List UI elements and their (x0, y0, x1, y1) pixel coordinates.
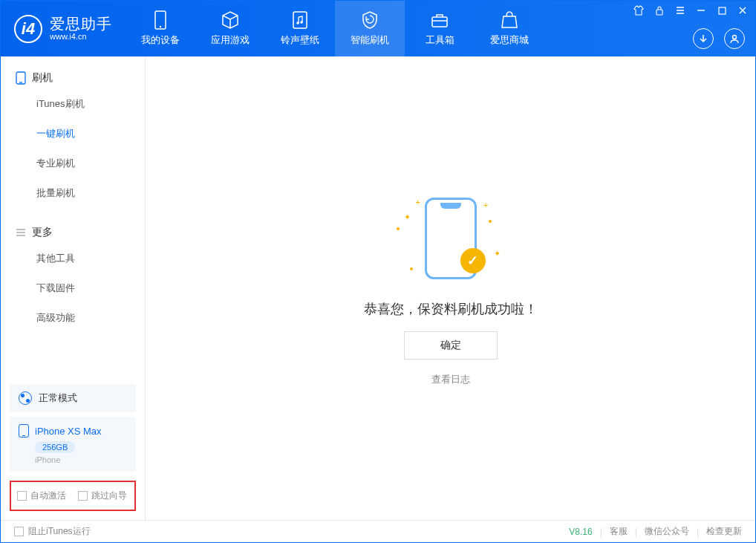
download-button[interactable] (693, 28, 714, 49)
tab-toolbox[interactable]: 工具箱 (405, 1, 475, 56)
version-label: V8.16 (569, 527, 592, 537)
view-log-link[interactable]: 查看日志 (431, 373, 470, 386)
checkbox-highlight-area: 自动激活 跳过向导 (10, 481, 136, 511)
sidebar-item-advanced[interactable]: 高级功能 (1, 303, 145, 333)
tab-label: 应用游戏 (211, 33, 250, 47)
app-header: i4 爱思助手 www.i4.cn 我的设备 应用游戏 铃声壁纸 智能刷机 (1, 1, 755, 56)
storage-badge: 256GB (35, 441, 75, 453)
tab-label: 智能刷机 (351, 33, 389, 47)
ok-button[interactable]: 确定 (404, 331, 498, 360)
sidebar-item-download-firmware[interactable]: 下载固件 (1, 273, 145, 303)
sidebar-section-more: 更多 (1, 221, 145, 244)
shirt-icon[interactable] (633, 5, 644, 16)
checkbox-icon (17, 491, 27, 501)
mode-label: 正常模式 (39, 391, 77, 405)
mode-card[interactable]: 正常模式 (10, 384, 136, 412)
phone-icon (19, 424, 29, 438)
device-name: iPhone XS Max (35, 426, 102, 437)
tab-store[interactable]: 爱思商城 (475, 1, 544, 56)
device-icon (151, 10, 170, 30)
checkbox-label: 阻止iTunes运行 (28, 525, 91, 538)
tab-label: 我的设备 (141, 33, 180, 47)
svg-rect-5 (432, 17, 447, 27)
sidebar-item-oneclick-flash[interactable]: 一键刷机 (1, 119, 145, 149)
bag-icon (500, 10, 519, 30)
svg-rect-6 (656, 10, 662, 15)
wechat-link[interactable]: 微信公众号 (645, 525, 689, 538)
toolbox-icon (430, 10, 449, 30)
window-controls (633, 5, 748, 16)
section-title: 更多 (32, 226, 53, 239)
tab-apps-games[interactable]: 应用游戏 (195, 1, 265, 56)
sidebar-item-batch-flash[interactable]: 批量刷机 (1, 178, 145, 208)
svg-point-8 (733, 36, 737, 39)
sidebar-section-flash: 刷机 (1, 67, 145, 89)
app-url: www.i4.cn (50, 32, 112, 41)
support-link[interactable]: 客服 (610, 525, 628, 538)
svg-rect-7 (719, 7, 726, 14)
svg-point-1 (160, 26, 161, 27)
mode-icon (19, 391, 32, 405)
footer: 阻止iTunes运行 V8.16 | 客服 | 微信公众号 | 检查更新 (1, 520, 755, 542)
success-illustration: ✦+ +✦ ✓ (395, 190, 506, 287)
main-content: ✦+ +✦ ✓ 恭喜您，保资料刷机成功啦！ 确定 查看日志 (146, 56, 755, 520)
lock-icon[interactable] (654, 5, 665, 16)
check-badge-icon: ✓ (460, 248, 486, 273)
tab-my-device[interactable]: 我的设备 (126, 1, 195, 56)
svg-point-4 (300, 21, 303, 24)
menu-icon[interactable] (675, 5, 685, 16)
sidebar-item-pro-flash[interactable]: 专业刷机 (1, 149, 145, 178)
tab-smart-flash[interactable]: 智能刷机 (335, 1, 405, 56)
check-update-link[interactable]: 检查更新 (706, 525, 742, 538)
minimize-button[interactable] (696, 5, 706, 16)
tab-label: 铃声壁纸 (281, 33, 319, 47)
sidebar-item-other-tools[interactable]: 其他工具 (1, 244, 145, 273)
checkbox-label: 跳过向导 (91, 490, 127, 502)
sidebar-item-itunes-flash[interactable]: iTunes刷机 (1, 89, 145, 119)
user-button[interactable] (724, 28, 745, 49)
sidebar: 刷机 iTunes刷机 一键刷机 专业刷机 批量刷机 更多 其他工具 下载固件 … (1, 56, 146, 520)
checkbox-skip-guide[interactable]: 跳过向导 (78, 490, 127, 502)
checkbox-icon (78, 491, 88, 501)
checkbox-label: 自动激活 (30, 490, 66, 502)
device-card[interactable]: iPhone XS Max 256GB iPhone (10, 417, 136, 472)
svg-rect-2 (293, 12, 307, 28)
shield-icon (360, 10, 379, 30)
checkbox-icon (14, 527, 24, 536)
maximize-button[interactable] (717, 5, 727, 16)
close-button[interactable] (737, 5, 748, 16)
tab-label: 爱思商城 (490, 33, 529, 47)
music-icon (290, 10, 310, 30)
logo-icon: i4 (14, 15, 42, 43)
device-type: iPhone (35, 455, 127, 464)
app-name: 爱思助手 (50, 16, 112, 32)
svg-point-3 (296, 22, 299, 25)
tab-ringtone-wallpaper[interactable]: 铃声壁纸 (265, 1, 335, 56)
cube-icon (221, 10, 240, 30)
list-icon (16, 227, 26, 238)
checkbox-auto-activate[interactable]: 自动激活 (17, 490, 66, 502)
tab-label: 工具箱 (426, 33, 454, 47)
success-message: 恭喜您，保资料刷机成功啦！ (364, 300, 538, 318)
phone-icon (16, 71, 26, 85)
logo-area: i4 爱思助手 www.i4.cn (1, 1, 126, 56)
checkbox-block-itunes[interactable]: 阻止iTunes运行 (14, 525, 91, 538)
section-title: 刷机 (32, 71, 53, 85)
